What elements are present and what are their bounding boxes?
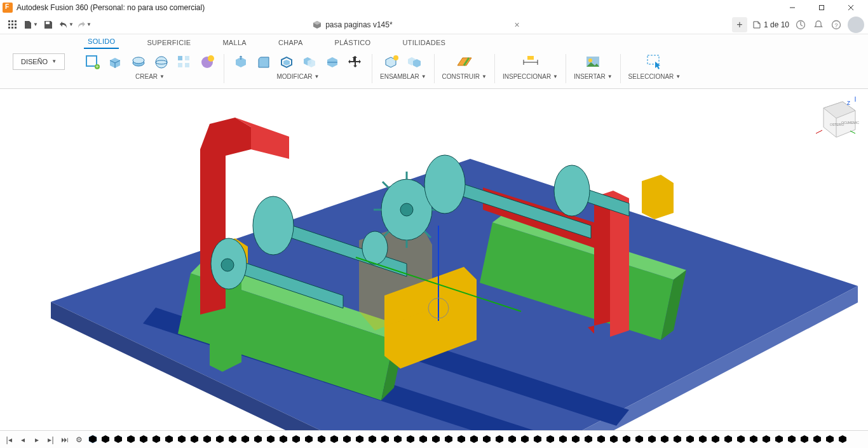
svg-point-63 (400, 203, 413, 216)
group-seleccionar: SELECCIONAR▼ (622, 51, 688, 88)
svg-rect-1 (820, 6, 824, 10)
group-modificar: MODIFICAR▼ (226, 51, 370, 88)
help-button[interactable]: ? (830, 18, 843, 31)
ribbon-tabs: SOLIDO SUPERFICIE MALLA CHAPA PLÁSTICO U… (78, 34, 868, 49)
cube-icon (313, 20, 322, 29)
timeline-prev-button[interactable]: ◂ (18, 435, 28, 445)
svg-rect-12 (15, 27, 17, 29)
pressPull-button[interactable] (232, 53, 250, 71)
model-scene (0, 89, 868, 430)
svg-rect-10 (8, 27, 10, 29)
svg-marker-51 (642, 175, 674, 219)
document-close-button[interactable]: × (515, 20, 520, 30)
notifications-button[interactable] (812, 18, 825, 31)
svg-rect-9 (15, 24, 17, 25)
shell-button[interactable] (278, 53, 295, 71)
svg-rect-7 (8, 24, 10, 25)
undo-button[interactable]: ▼ (57, 17, 75, 33)
svg-point-73 (424, 155, 465, 214)
svg-rect-25 (185, 56, 189, 60)
svg-rect-5 (11, 20, 13, 22)
svg-line-86 (816, 130, 822, 133)
svg-line-68 (383, 182, 389, 188)
minimize-button[interactable] (778, 0, 807, 15)
view-cube[interactable]: z OSTERIO OCUMEMIC (811, 95, 862, 140)
close-button[interactable] (836, 0, 865, 15)
redo-button[interactable]: ▼ (75, 17, 93, 33)
svg-rect-26 (178, 63, 182, 67)
tab-utilidades[interactable]: UTILIDADES (398, 36, 449, 49)
svg-point-59 (221, 259, 234, 271)
app-icon (3, 3, 13, 13)
measure-button[interactable] (520, 51, 541, 73)
group-insertar: INSERTAR▼ (567, 51, 619, 88)
svg-point-75 (554, 165, 590, 216)
group-inspeccionar: INSPECCIONAR▼ (496, 51, 564, 88)
job-icon (752, 20, 761, 29)
file-menu-button[interactable]: ▼ (22, 17, 39, 33)
fillet-button[interactable] (255, 53, 273, 71)
title-bar: Autodesk Fusion 360 (Personal: no para u… (0, 0, 868, 15)
group-crear: + CREAR▼ (78, 51, 222, 88)
document-tab[interactable]: pasa paginas v145* (305, 18, 400, 31)
svg-point-29 (208, 55, 214, 62)
svg-point-76 (362, 231, 388, 264)
svg-rect-6 (15, 20, 17, 22)
extensions-button[interactable] (794, 18, 807, 31)
svg-rect-38 (648, 55, 659, 64)
timeline-track[interactable] (88, 433, 864, 446)
svg-rect-11 (11, 27, 13, 29)
user-avatar[interactable] (848, 17, 864, 33)
combine-button[interactable] (301, 53, 318, 71)
sketch-button[interactable]: + (84, 53, 102, 71)
maximize-button[interactable] (807, 0, 836, 15)
timeline-settings-button[interactable]: ⚙ (74, 435, 84, 445)
quick-access-toolbar: ▼ ▼ ▼ pasa paginas v145* × + 1 de 10 ? (0, 15, 868, 34)
tab-chapa[interactable]: CHAPA (275, 36, 307, 49)
svg-line-87 (850, 131, 855, 133)
workspace-switcher[interactable]: DISEÑO▼ (0, 34, 78, 88)
timeline-end-button[interactable]: ⏭ (60, 435, 70, 445)
svg-text:OCUMEMIC: OCUMEMIC (841, 121, 859, 125)
new-tab-button[interactable]: + (732, 17, 747, 32)
select-button[interactable] (644, 51, 665, 73)
extrude-button[interactable] (107, 53, 125, 71)
timeline-play-button[interactable]: ▸ (32, 435, 42, 445)
insert-button[interactable] (582, 51, 604, 73)
svg-rect-24 (178, 56, 182, 60)
tab-superficie[interactable]: SUPERFICIE (143, 36, 194, 49)
app-grid-button[interactable] (4, 17, 22, 33)
split-button[interactable] (323, 53, 341, 71)
ribbon: DISEÑO▼ SOLIDO SUPERFICIE MALLA CHAPA PL… (0, 34, 868, 89)
form-button[interactable] (198, 53, 216, 71)
pattern-button[interactable] (175, 53, 193, 71)
app-title: Autodesk Fusion 360 (Personal: no para u… (17, 3, 205, 12)
tab-malla[interactable]: MALLA (219, 36, 250, 49)
move-button[interactable] (346, 53, 364, 71)
svg-point-61 (253, 196, 294, 255)
svg-rect-13 (46, 22, 50, 24)
timeline-start-button[interactable]: |◂ (4, 435, 14, 445)
save-button[interactable] (39, 17, 57, 33)
document-name: pasa paginas v145* (325, 20, 392, 29)
viewport[interactable]: z OSTERIO OCUMEMIC (0, 89, 868, 430)
svg-rect-8 (11, 24, 13, 25)
timeline: |◂ ◂ ▸ ▸| ⏭ ⚙ (0, 430, 868, 448)
tab-plastico[interactable]: PLÁSTICO (331, 36, 375, 49)
svg-rect-4 (8, 20, 10, 22)
svg-rect-35 (527, 56, 534, 60)
joint-button[interactable] (405, 53, 423, 71)
timeline-next-button[interactable]: ▸| (46, 435, 56, 445)
job-status[interactable]: 1 de 10 (752, 20, 789, 29)
group-ensamblar: ENSAMBLAR▼ (374, 51, 433, 88)
svg-text:+: + (95, 64, 98, 70)
newcomponent-button[interactable] (383, 53, 400, 71)
plane-button[interactable] (454, 51, 475, 73)
svg-text:?: ? (834, 22, 837, 29)
sphere-button[interactable] (153, 53, 170, 71)
tab-solido[interactable]: SOLIDO (84, 35, 119, 49)
group-construir: CONSTRUIR▼ (436, 51, 493, 88)
svg-point-31 (393, 55, 398, 60)
svg-point-22 (156, 57, 167, 68)
revolve-button[interactable] (130, 53, 147, 71)
